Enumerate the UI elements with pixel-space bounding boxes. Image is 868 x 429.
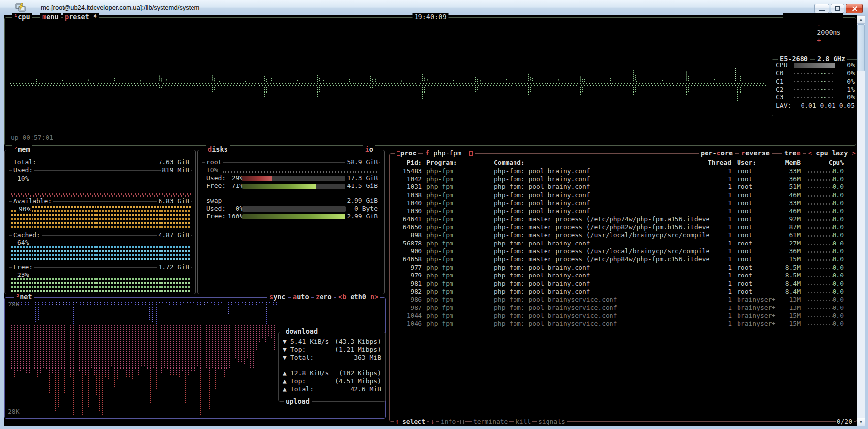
cell-threads: 1 [708,280,732,288]
cpu-total-label: CPU [776,61,793,69]
download-arrow-icon: ▼ [283,354,290,362]
cell-pid: 986 [396,296,422,304]
process-row[interactable]: 64658php-fpmphp-fpm: master process (/et… [390,255,857,263]
swap-used-value: 0 Byte [353,205,379,213]
cell-threads: 1 [708,231,732,239]
kill-button[interactable]: kill [514,418,532,426]
cell-threads: 1 [708,272,732,279]
swap-free-label: Free: [206,213,225,220]
process-row[interactable]: 1030php-fpmphp-fpm: pool brainy.conf1roo… [390,207,857,215]
mem-box: ²mem Total: 7.63 GiB Used: 819 MiB 10% A… [4,150,196,294]
cell-cpu: 0.0 [822,288,844,296]
download-arrow-icon: ▼ [283,338,290,346]
process-row[interactable]: 977php-fpmphp-fpm: pool brainy.conf1root… [390,264,857,272]
cell-mem: 46M [768,191,801,199]
cell-pid: 1031 [396,183,422,191]
cell-pid: 64641 [396,215,422,223]
net-sync-toggle[interactable]: sync [267,293,288,301]
maximize-button[interactable] [831,4,844,13]
process-row[interactable]: 15483php-fpmphp-fpm: pool brainy.conf1ro… [390,167,857,175]
mem-used-value: 819 MiB [161,166,191,174]
cell-cpu: 0.0 [822,231,844,239]
cell-cpu: 0.0 [822,312,844,320]
cell-mem: 33M [768,199,801,207]
cell-threads: 1 [708,207,732,215]
prev-interface-button[interactable]: <b [338,293,346,301]
cell-command: php-fpm: pool brainy.conf [494,240,723,247]
process-row[interactable]: 1038php-fpmphp-fpm: pool brainy.conf1roo… [390,191,857,199]
process-row[interactable]: 982php-fpmphp-fpm: pool brainy.conf1root… [390,288,857,296]
cell-program: php-fpm [426,304,491,312]
select-up-button[interactable]: ↑ [394,418,401,426]
cell-threads: 1 [708,288,732,296]
net-zero-toggle[interactable]: zero [314,293,334,301]
cell-program: php-fpm [426,183,491,191]
process-row[interactable]: 1040php-fpmphp-fpm: pool brainy.conf1roo… [390,199,857,207]
select-down-button[interactable]: ↓ [429,418,436,426]
process-row[interactable]: 1044php-fpmphp-fpm: pool brainyservice.c… [390,312,857,320]
process-row[interactable]: 1042php-fpmphp-fpm: pool brainy.conf1roo… [390,175,857,183]
scroll-down-button[interactable]: ▼ [857,418,865,426]
disk-used-value: 17.3 GiB [345,174,379,182]
process-row[interactable]: 56878php-fpmphp-fpm: pool brainy.conf1ro… [390,240,857,247]
scrollbar-thumb[interactable] [857,24,865,71]
window-scrollbar[interactable]: ▲ ▼ [857,15,865,426]
net-interface-switcher[interactable]: <b eth0 n> [336,293,380,301]
cell-program: php-fpm [426,175,491,183]
cell-pid: 977 [396,264,422,272]
disks-box: disks io root 58.9 GiB IO% Used:29% 17.3… [197,150,385,294]
cell-pid: 64650 [396,223,422,231]
upload-top-value: (4.51 Mibps) [335,377,381,385]
process-row[interactable]: 1046php-fpmphp-fpm: pool brainyservice.c… [390,320,857,328]
process-row[interactable]: 979php-fpmphp-fpm: pool brainy.conf1root… [390,272,857,279]
cell-mem: 36M [768,175,801,183]
disk-free-percent: 71% [225,182,243,190]
interval-plus-button[interactable]: + [817,36,821,44]
process-row[interactable]: 981php-fpmphp-fpm: pool brainy.conf1root… [390,280,857,288]
process-row[interactable]: 986php-fpmphp-fpm: pool brainyservice.co… [390,296,857,304]
core-percent: 0% [839,69,855,77]
process-row[interactable]: 64650php-fpmphp-fpm: master process (/et… [390,223,857,231]
process-row[interactable]: 1031php-fpmphp-fpm: pool brainy.conf1roo… [390,183,857,191]
net-box-title[interactable]: ³net [14,293,34,301]
interval-minus-button[interactable]: - [817,21,821,29]
download-total-label: Total: [290,354,314,362]
update-interval: - 2000ms + [783,13,843,52]
terminate-button[interactable]: terminate [472,418,509,426]
next-interface-button[interactable]: n> [370,293,378,301]
cell-mem: 15M [768,320,801,328]
cell-pid: 1044 [396,312,422,320]
cell-program: php-fpm [426,167,491,175]
disk-size: 2.99 GiB [345,197,379,205]
selection-counter: 0/20 [836,418,854,426]
signals-button[interactable]: signals [537,418,567,426]
graph-row [11,214,191,216]
cell-threads: 1 [708,183,732,191]
scroll-up-button[interactable]: ▲ [857,15,865,24]
cell-cpu: 0.0 [822,264,844,272]
cell-cpu: 0.0 [822,296,844,304]
process-row[interactable]: 900php-fpmphp-fpm: master process (/usr/… [390,247,857,255]
menu-button[interactable]: menu [40,13,61,21]
process-row[interactable]: 898php-fpmphp-fpm: master process (/usr/… [390,231,857,239]
cell-cpu: 0.0 [822,175,844,183]
download-top-value: (1.21 Mibps) [335,346,381,354]
minimize-button[interactable] [814,4,829,13]
preset-button[interactable]: preset * [63,13,99,21]
net-auto-toggle[interactable]: auto [291,293,311,301]
graph-row [11,226,191,228]
disks-box-title[interactable]: disks [206,145,230,153]
mem-box-title[interactable]: ²mem [12,145,32,153]
close-button[interactable] [846,4,863,13]
process-row[interactable]: 987php-fpmphp-fpm: pool brainyservice.co… [390,304,857,312]
disks-io-toggle[interactable]: io [363,145,375,153]
process-row[interactable]: 64641php-fpmphp-fpm: master process (/et… [390,215,857,223]
cell-program: php-fpm [426,247,491,255]
info-button[interactable]: info [439,418,457,426]
cpu-box-title[interactable]: ¹cpu [12,13,32,21]
swap-free-bar [242,214,346,219]
cell-pid: 981 [396,280,422,288]
cell-pid: 56878 [396,240,422,247]
cell-mem: 13M [768,304,801,312]
graph-row [11,218,191,220]
